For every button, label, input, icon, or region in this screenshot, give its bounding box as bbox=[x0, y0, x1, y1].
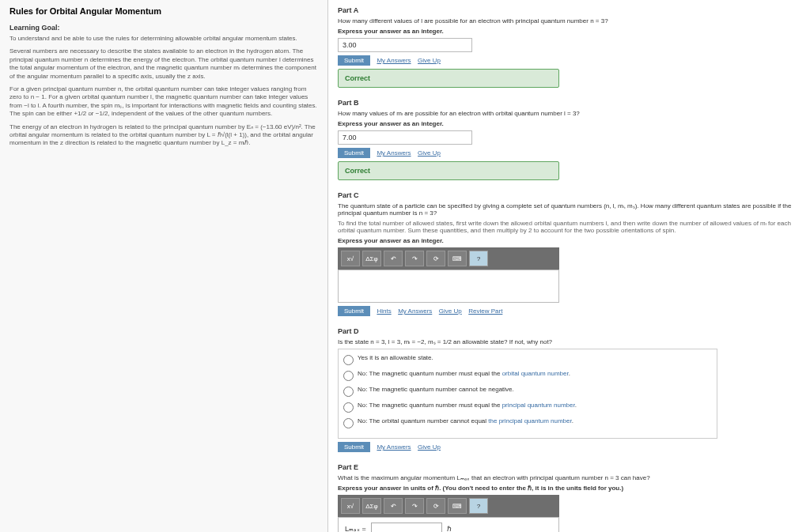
part-d-opt-3[interactable]: No: The magnetic quantum number must equ… bbox=[343, 402, 712, 413]
tool-template-icon-e[interactable]: x√ bbox=[341, 498, 360, 514]
part-a: Part A How many different values of l ar… bbox=[338, 6, 801, 88]
tool-help-icon-e[interactable]: ? bbox=[469, 498, 488, 514]
part-c-title: Part C bbox=[338, 191, 801, 199]
part-b-prompt: How many values of mₗ are possible for a… bbox=[338, 110, 801, 117]
part-e-unit: ℏ bbox=[447, 525, 452, 532]
part-c-review-link[interactable]: Review Part bbox=[468, 308, 502, 315]
part-e-var-label: Lₘₐₓ = bbox=[345, 525, 366, 532]
part-c-prompt: The quantum state of a particle can be s… bbox=[338, 202, 801, 217]
part-c-hint: To find the total number of allowed stat… bbox=[338, 220, 801, 234]
part-a-submit-button[interactable]: Submit bbox=[338, 55, 370, 66]
part-b-my-answers-link[interactable]: My Answers bbox=[377, 149, 411, 157]
expression-toolbar-e: x√ ΔΣφ ↶ ↷ ⟳ ⌨ ? bbox=[338, 495, 559, 517]
part-c-input[interactable] bbox=[338, 270, 559, 303]
tool-undo-icon-e[interactable]: ↶ bbox=[384, 498, 403, 514]
part-b-submit-button[interactable]: Submit bbox=[338, 148, 370, 158]
part-d-title: Part D bbox=[338, 327, 801, 335]
part-d-opt-2[interactable]: No: The magnetic quantum number cannot b… bbox=[343, 386, 712, 397]
tool-keyboard-icon-e[interactable]: ⌨ bbox=[448, 498, 467, 514]
part-b: Part B How many values of mₗ are possibl… bbox=[338, 99, 801, 180]
part-a-answer[interactable]: 3.00 bbox=[338, 38, 472, 52]
expression-toolbar-c: x√ ΔΣφ ↶ ↷ ⟳ ⌨ ? bbox=[338, 247, 559, 270]
part-c-give-up-link[interactable]: Give Up bbox=[439, 308, 462, 315]
tool-reset-icon[interactable]: ⟳ bbox=[426, 251, 445, 266]
tool-help-icon[interactable]: ? bbox=[469, 251, 488, 266]
part-c-submit-button[interactable]: Submit bbox=[338, 306, 370, 316]
tool-undo-icon[interactable]: ↶ bbox=[384, 251, 403, 266]
part-d-my-answers-link[interactable]: My Answers bbox=[377, 443, 411, 451]
right-panel: Part A How many different values of l ar… bbox=[328, 0, 810, 532]
part-c: Part C The quantum state of a particle c… bbox=[338, 191, 801, 316]
part-d-prompt: Is the state n = 3, l = 3, mₗ = −2, mₛ =… bbox=[338, 338, 801, 345]
part-b-give-up-link[interactable]: Give Up bbox=[418, 149, 441, 157]
part-a-prompt: How many different values of l are possi… bbox=[338, 17, 801, 25]
part-b-answer[interactable]: 7.00 bbox=[338, 130, 472, 145]
left-paragraph-2: For a given principal quantum number n, … bbox=[9, 85, 318, 119]
radio-4[interactable] bbox=[343, 418, 354, 428]
part-d-opt-0[interactable]: Yes it is an allowable state. bbox=[343, 354, 712, 365]
part-c-my-answers-link[interactable]: My Answers bbox=[398, 308, 432, 315]
part-d-options: Yes it is an allowable state. No: The ma… bbox=[338, 349, 717, 439]
part-e: Part E What is the maximum angular momen… bbox=[338, 463, 801, 532]
part-d-opt-1[interactable]: No: The magnetic quantum number must equ… bbox=[343, 370, 712, 381]
part-d-opt-4[interactable]: No: The orbital quantum number cannot eq… bbox=[343, 417, 712, 428]
part-c-express: Express your answer as an integer. bbox=[338, 237, 801, 244]
left-panel: Rules for Orbital Angular Momentum Learn… bbox=[0, 0, 328, 532]
part-d-submit-button[interactable]: Submit bbox=[338, 442, 370, 452]
left-paragraph-3: The energy of an electron in hydrogen is… bbox=[9, 123, 318, 148]
page-title: Rules for Orbital Angular Momentum bbox=[9, 6, 318, 16]
left-paragraph-1: Several numbers are necessary to describ… bbox=[9, 47, 318, 81]
part-a-feedback: Correct bbox=[338, 69, 559, 88]
part-b-feedback: Correct bbox=[338, 161, 559, 180]
part-e-express: Express your answer in units of ℏ. (You … bbox=[338, 485, 801, 492]
part-d: Part D Is the state n = 3, l = 3, mₗ = −… bbox=[338, 327, 801, 452]
radio-1[interactable] bbox=[343, 371, 354, 381]
part-b-title: Part B bbox=[338, 99, 801, 107]
part-e-prompt: What is the maximum angular momentum Lₘₐ… bbox=[338, 474, 801, 481]
radio-3[interactable] bbox=[343, 402, 354, 413]
part-b-express: Express your answer as an integer. bbox=[338, 120, 801, 127]
tool-reset-icon-e[interactable]: ⟳ bbox=[426, 498, 445, 514]
part-a-my-answers-link[interactable]: My Answers bbox=[377, 57, 411, 64]
part-d-give-up-link[interactable]: Give Up bbox=[418, 443, 441, 451]
part-a-give-up-link[interactable]: Give Up bbox=[418, 57, 441, 64]
radio-0[interactable] bbox=[343, 355, 354, 365]
part-c-hints-link[interactable]: Hints bbox=[377, 308, 391, 315]
part-e-input-row: Lₘₐₓ = ℏ bbox=[338, 517, 559, 532]
tool-symbols-icon[interactable]: ΔΣφ bbox=[362, 251, 381, 266]
tool-keyboard-icon[interactable]: ⌨ bbox=[448, 251, 467, 266]
part-e-input[interactable] bbox=[371, 523, 442, 532]
tool-redo-icon[interactable]: ↷ bbox=[405, 251, 424, 266]
learning-goal-label: Learning Goal: bbox=[9, 24, 318, 32]
part-e-title: Part E bbox=[338, 463, 801, 471]
radio-2[interactable] bbox=[343, 387, 354, 397]
tool-redo-icon-e[interactable]: ↷ bbox=[405, 498, 424, 514]
tool-template-icon[interactable]: x√ bbox=[341, 251, 360, 266]
learning-goal-text: To understand and be able to use the rul… bbox=[9, 35, 318, 43]
tool-symbols-icon-e[interactable]: ΔΣφ bbox=[362, 498, 381, 514]
part-a-express: Express your answer as an integer. bbox=[338, 28, 801, 35]
part-a-title: Part A bbox=[338, 6, 801, 14]
